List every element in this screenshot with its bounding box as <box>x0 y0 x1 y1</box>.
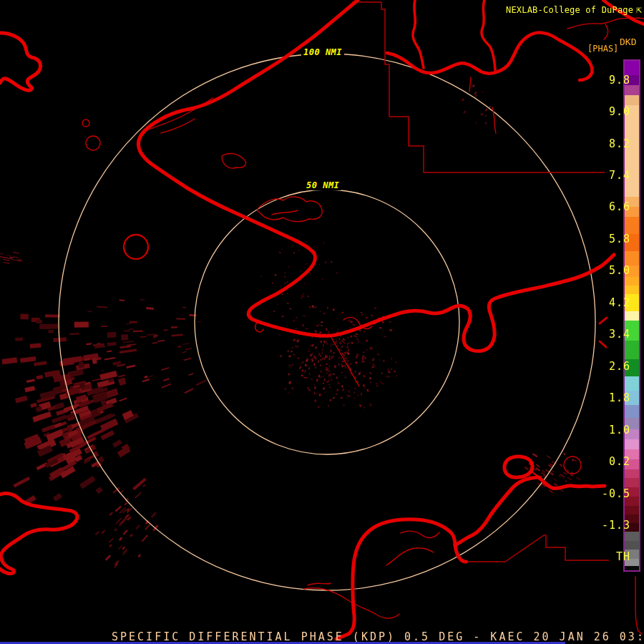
nexlab-logo-icon: ⇱ <box>636 6 642 14</box>
colorbar-ticks: 9.89.08.27.46.65.85.04.23.42.61.81.00.2-… <box>591 0 630 644</box>
map-coastlines <box>0 0 644 639</box>
map-overlay <box>0 0 644 644</box>
map-boundaries <box>352 2 609 562</box>
range-ring-100nmi <box>59 54 595 590</box>
range-ring-50nmi <box>195 190 459 454</box>
radar-display: NEXLAB-College of DuPage ⇱ DKD [PHAS] 10… <box>0 0 644 644</box>
range-ring-label-100nmi: 100 NMI <box>301 47 344 57</box>
range-rings <box>59 54 595 590</box>
range-ring-label-50nmi: 50 NMI <box>304 180 341 190</box>
